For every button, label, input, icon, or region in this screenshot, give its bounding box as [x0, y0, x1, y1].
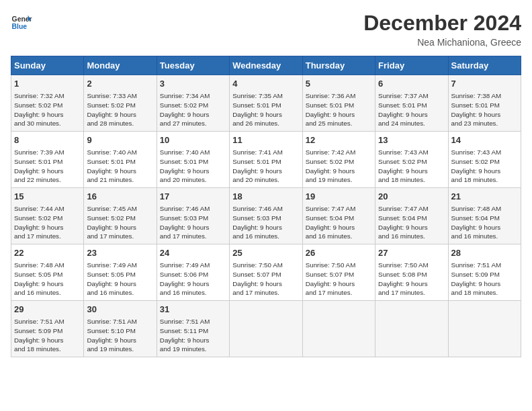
- col-tuesday: Tuesday: [157, 56, 229, 75]
- location: Nea Michaniona, Greece: [363, 37, 521, 48]
- calendar-cell: 10Sunrise: 7:40 AMSunset: 5:01 PMDayligh…: [157, 132, 229, 188]
- calendar-cell: 19Sunrise: 7:47 AMSunset: 5:04 PMDayligh…: [302, 188, 375, 244]
- day-number: 3: [160, 78, 226, 90]
- day-number: 29: [14, 304, 81, 316]
- day-info: Sunrise: 7:43 AMSunset: 5:02 PMDaylight:…: [451, 148, 518, 185]
- calendar-cell: 17Sunrise: 7:46 AMSunset: 5:03 PMDayligh…: [157, 188, 229, 244]
- month-title: December 2024: [363, 11, 521, 36]
- calendar-cell: 5Sunrise: 7:36 AMSunset: 5:01 PMDaylight…: [302, 75, 375, 132]
- calendar-cell: 21Sunrise: 7:48 AMSunset: 5:04 PMDayligh…: [448, 188, 521, 244]
- day-info: Sunrise: 7:42 AMSunset: 5:02 PMDaylight:…: [306, 148, 372, 185]
- day-info: Sunrise: 7:43 AMSunset: 5:02 PMDaylight:…: [378, 148, 445, 185]
- calendar-week-row: 29Sunrise: 7:51 AMSunset: 5:09 PMDayligh…: [11, 301, 521, 357]
- day-number: 13: [378, 134, 445, 146]
- calendar-header-row: Sunday Monday Tuesday Wednesday Thursday…: [11, 56, 521, 75]
- logo-icon: General Blue: [11, 11, 32, 32]
- day-info: Sunrise: 7:50 AMSunset: 5:08 PMDaylight:…: [378, 261, 445, 298]
- day-number: 21: [451, 191, 518, 203]
- day-info: Sunrise: 7:50 AMSunset: 5:07 PMDaylight:…: [306, 261, 372, 298]
- title-block: December 2024 Nea Michaniona, Greece: [363, 11, 521, 48]
- day-info: Sunrise: 7:48 AMSunset: 5:05 PMDaylight:…: [14, 261, 81, 298]
- day-number: 25: [232, 247, 299, 259]
- logo: General Blue: [11, 11, 32, 32]
- calendar-cell: 16Sunrise: 7:45 AMSunset: 5:02 PMDayligh…: [84, 188, 157, 244]
- calendar-cell: 6Sunrise: 7:37 AMSunset: 5:01 PMDaylight…: [375, 75, 448, 132]
- day-number: 4: [232, 78, 299, 90]
- col-saturday: Saturday: [448, 56, 521, 75]
- day-number: 6: [378, 78, 445, 90]
- calendar-cell: 23Sunrise: 7:49 AMSunset: 5:05 PMDayligh…: [84, 244, 157, 301]
- day-info: Sunrise: 7:33 AMSunset: 5:02 PMDaylight:…: [87, 91, 153, 128]
- calendar-cell: [230, 301, 302, 357]
- calendar-cell: 31Sunrise: 7:51 AMSunset: 5:11 PMDayligh…: [157, 301, 229, 357]
- day-number: 14: [451, 134, 518, 146]
- calendar-cell: 18Sunrise: 7:46 AMSunset: 5:03 PMDayligh…: [230, 188, 302, 244]
- calendar-cell: [302, 301, 375, 357]
- day-number: 23: [87, 247, 153, 259]
- day-number: 31: [160, 304, 226, 316]
- day-number: 26: [306, 247, 372, 259]
- calendar-cell: 1Sunrise: 7:32 AMSunset: 5:02 PMDaylight…: [11, 75, 84, 132]
- calendar-cell: 29Sunrise: 7:51 AMSunset: 5:09 PMDayligh…: [11, 301, 84, 357]
- day-info: Sunrise: 7:39 AMSunset: 5:01 PMDaylight:…: [14, 148, 81, 185]
- day-info: Sunrise: 7:44 AMSunset: 5:02 PMDaylight:…: [14, 204, 81, 241]
- calendar-cell: 28Sunrise: 7:51 AMSunset: 5:09 PMDayligh…: [448, 244, 521, 301]
- calendar-cell: 9Sunrise: 7:40 AMSunset: 5:01 PMDaylight…: [84, 132, 157, 188]
- col-wednesday: Wednesday: [230, 56, 302, 75]
- calendar-cell: 3Sunrise: 7:34 AMSunset: 5:02 PMDaylight…: [157, 75, 229, 132]
- calendar-cell: 25Sunrise: 7:50 AMSunset: 5:07 PMDayligh…: [230, 244, 302, 301]
- calendar-cell: [448, 301, 521, 357]
- day-number: 17: [160, 191, 226, 203]
- day-number: 20: [378, 191, 445, 203]
- day-info: Sunrise: 7:40 AMSunset: 5:01 PMDaylight:…: [160, 148, 226, 185]
- day-number: 28: [451, 247, 518, 259]
- calendar-cell: 22Sunrise: 7:48 AMSunset: 5:05 PMDayligh…: [11, 244, 84, 301]
- day-info: Sunrise: 7:49 AMSunset: 5:06 PMDaylight:…: [160, 261, 226, 298]
- day-info: Sunrise: 7:32 AMSunset: 5:02 PMDaylight:…: [14, 91, 81, 128]
- day-info: Sunrise: 7:35 AMSunset: 5:01 PMDaylight:…: [232, 91, 299, 128]
- calendar-cell: 24Sunrise: 7:49 AMSunset: 5:06 PMDayligh…: [157, 244, 229, 301]
- calendar-cell: 20Sunrise: 7:47 AMSunset: 5:04 PMDayligh…: [375, 188, 448, 244]
- day-info: Sunrise: 7:46 AMSunset: 5:03 PMDaylight:…: [160, 204, 226, 241]
- day-number: 12: [306, 134, 372, 146]
- day-number: 24: [160, 247, 226, 259]
- day-info: Sunrise: 7:46 AMSunset: 5:03 PMDaylight:…: [232, 204, 299, 241]
- col-thursday: Thursday: [302, 56, 375, 75]
- calendar-cell: 26Sunrise: 7:50 AMSunset: 5:07 PMDayligh…: [302, 244, 375, 301]
- day-number: 10: [160, 134, 226, 146]
- day-number: 27: [378, 247, 445, 259]
- day-info: Sunrise: 7:51 AMSunset: 5:11 PMDaylight:…: [160, 317, 226, 354]
- calendar-week-row: 1Sunrise: 7:32 AMSunset: 5:02 PMDaylight…: [11, 75, 521, 132]
- day-info: Sunrise: 7:51 AMSunset: 5:10 PMDaylight:…: [87, 317, 153, 354]
- day-number: 9: [87, 134, 153, 146]
- day-info: Sunrise: 7:37 AMSunset: 5:01 PMDaylight:…: [378, 91, 445, 128]
- day-number: 5: [306, 78, 372, 90]
- day-info: Sunrise: 7:34 AMSunset: 5:02 PMDaylight:…: [160, 91, 226, 128]
- calendar-cell: 11Sunrise: 7:41 AMSunset: 5:01 PMDayligh…: [230, 132, 302, 188]
- day-info: Sunrise: 7:47 AMSunset: 5:04 PMDaylight:…: [378, 204, 445, 241]
- day-info: Sunrise: 7:45 AMSunset: 5:02 PMDaylight:…: [87, 204, 153, 241]
- calendar-cell: 8Sunrise: 7:39 AMSunset: 5:01 PMDaylight…: [11, 132, 84, 188]
- calendar-table: Sunday Monday Tuesday Wednesday Thursday…: [11, 56, 521, 357]
- calendar-cell: 27Sunrise: 7:50 AMSunset: 5:08 PMDayligh…: [375, 244, 448, 301]
- col-sunday: Sunday: [11, 56, 84, 75]
- day-info: Sunrise: 7:41 AMSunset: 5:01 PMDaylight:…: [232, 148, 299, 185]
- day-info: Sunrise: 7:47 AMSunset: 5:04 PMDaylight:…: [306, 204, 372, 241]
- day-number: 2: [87, 78, 153, 90]
- calendar-cell: 2Sunrise: 7:33 AMSunset: 5:02 PMDaylight…: [84, 75, 157, 132]
- day-number: 16: [87, 191, 153, 203]
- calendar-cell: 12Sunrise: 7:42 AMSunset: 5:02 PMDayligh…: [302, 132, 375, 188]
- day-info: Sunrise: 7:51 AMSunset: 5:09 PMDaylight:…: [451, 261, 518, 298]
- col-monday: Monday: [84, 56, 157, 75]
- day-number: 15: [14, 191, 81, 203]
- calendar-week-row: 22Sunrise: 7:48 AMSunset: 5:05 PMDayligh…: [11, 244, 521, 301]
- day-number: 30: [87, 304, 153, 316]
- col-friday: Friday: [375, 56, 448, 75]
- day-info: Sunrise: 7:36 AMSunset: 5:01 PMDaylight:…: [306, 91, 372, 128]
- calendar-cell: 30Sunrise: 7:51 AMSunset: 5:10 PMDayligh…: [84, 301, 157, 357]
- day-info: Sunrise: 7:48 AMSunset: 5:04 PMDaylight:…: [451, 204, 518, 241]
- day-number: 11: [232, 134, 299, 146]
- day-number: 7: [451, 78, 518, 90]
- day-info: Sunrise: 7:40 AMSunset: 5:01 PMDaylight:…: [87, 148, 153, 185]
- day-number: 22: [14, 247, 81, 259]
